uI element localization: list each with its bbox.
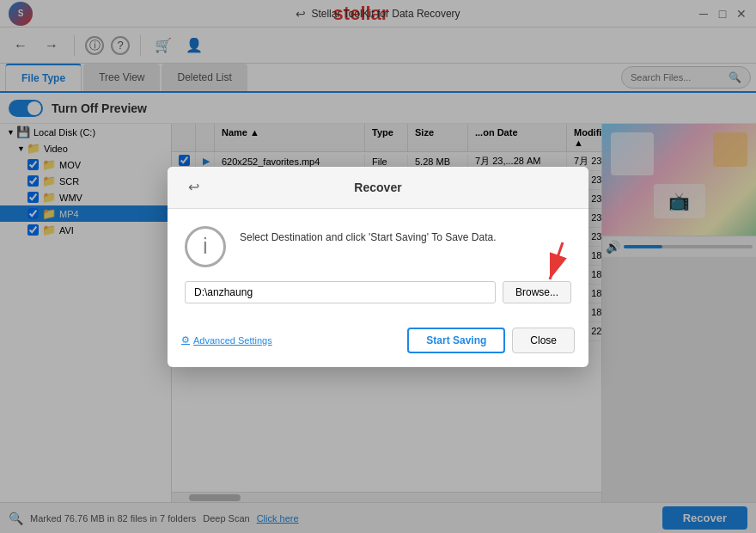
close-modal-button[interactable]: Close	[512, 328, 575, 353]
app-wrapper: S ↩ Stellar ToolKit for Data Recovery st…	[0, 0, 756, 533]
info-letter: i	[203, 233, 208, 260]
modal-title: Recover	[205, 181, 551, 194]
modal-back-button[interactable]: ↩	[181, 175, 205, 199]
modal-header: ↩ Recover	[168, 167, 588, 209]
footer-buttons: Start Saving Close	[407, 328, 575, 353]
back-icon: ↩	[188, 179, 199, 195]
modal-info-row: i Select Destination and click 'Start Sa…	[185, 226, 571, 267]
recover-modal: ↩ Recover i Select Destination and click…	[168, 167, 588, 367]
modal-body: i Select Destination and click 'Start Sa…	[168, 209, 588, 321]
advanced-settings-link[interactable]: ⚙ Advanced Settings	[181, 334, 272, 346]
start-saving-button[interactable]: Start Saving	[407, 328, 505, 353]
modal-description: Select Destination and click 'Start Savi…	[240, 226, 497, 246]
advanced-settings-label: Advanced Settings	[193, 335, 272, 346]
modal-footer: ⚙ Advanced Settings Start Saving Close	[168, 321, 588, 367]
gear-icon: ⚙	[181, 334, 190, 346]
destination-input[interactable]	[185, 281, 496, 303]
info-circle-icon: i	[185, 226, 226, 267]
modal-overlay: ↩ Recover i Select Destination and click…	[0, 0, 756, 533]
browse-button[interactable]: Browse...	[503, 281, 571, 303]
destination-row: Browse...	[185, 281, 571, 303]
